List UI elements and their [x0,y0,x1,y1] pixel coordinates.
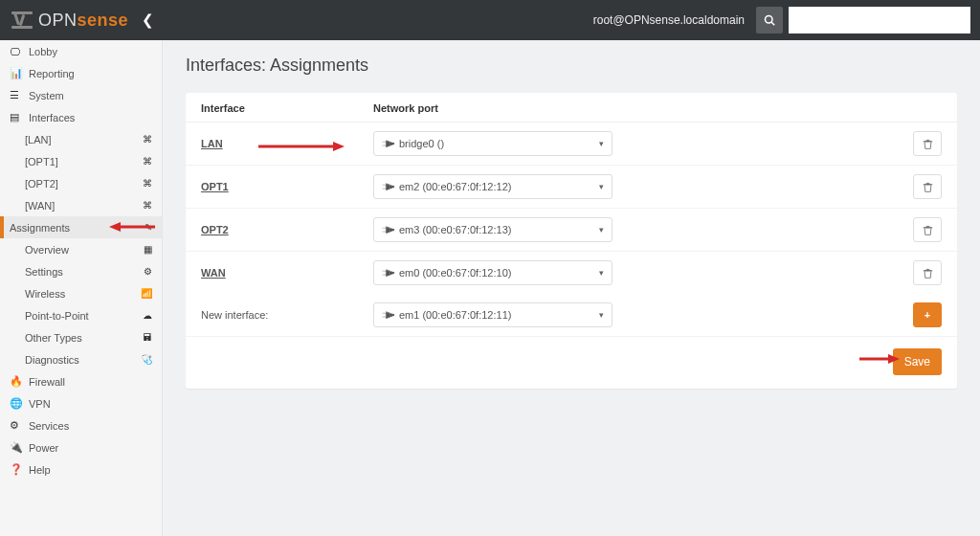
port-select[interactable]: 🔌em0 (00:e0:67:0f:12:10)▾ [373,260,612,285]
sidebar-item-other[interactable]: Other Types🖬 [0,326,162,348]
sitemap-icon: ⌘ [143,134,152,145]
sidebar-item-wireless[interactable]: Wireless📶 [0,282,162,304]
trash-icon [923,268,933,279]
sidebar-item-firewall[interactable]: 🔥Firewall [0,370,162,392]
sidebar-item-opt1[interactable]: [OPT1]⌘ [0,150,162,172]
plug-icon: 🔌 [380,179,395,194]
nav-collapse-icon[interactable]: ❮ [142,11,154,29]
svg-point-0 [766,16,773,24]
col-header-port: Network port [373,102,942,114]
new-interface-row: New interface: 🔌 em1 (00:e0:67:0f:12:11)… [186,294,957,337]
port-select[interactable]: 🔌em2 (00:e0:67:0f:12:12)▾ [373,174,612,199]
sidebar-item-services[interactable]: ⚙Services [0,414,162,436]
sliders-icon: ⚙ [144,266,152,277]
interface-row: OPT1🔌em2 (00:e0:67:0f:12:12)▾ [186,166,957,209]
sidebar-item-lan[interactable]: [LAN]⌘ [0,128,162,150]
list-icon: ☰ [10,89,23,101]
save-button[interactable]: Save [893,348,942,375]
sidebar-item-diagnostics[interactable]: Diagnostics🩺 [0,348,162,370]
help-icon: ❓ [10,463,23,476]
grid-icon: ▦ [144,244,152,255]
logo-text-sense: sense [78,11,129,30]
plug-icon: 🔌 [380,222,395,237]
chevron-down-icon: ▾ [599,268,604,278]
assignments-panel: Interface Network port LAN🔌bridge0 ()▾OP… [186,93,957,389]
sidebar-item-system[interactable]: ☰System [0,84,162,106]
sidebar-item-settings[interactable]: Settings⚙ [0,260,162,282]
interface-link[interactable]: WAN [201,267,226,279]
interface-row: LAN🔌bridge0 ()▾ [186,123,957,166]
sidebar-item-opt2[interactable]: [OPT2]⌘ [0,172,162,194]
link-icon: ☁ [143,310,152,321]
sidebar-item-reporting[interactable]: 📊Reporting [0,62,162,84]
sidebar-item-assignments[interactable]: Assignments✎ [0,216,162,238]
interface-row: WAN🔌em0 (00:e0:67:0f:12:10)▾ [186,252,957,294]
sidebar: 🖵Lobby 📊Reporting ☰System ▤Interfaces [L… [0,40,163,536]
pencil-icon: ✎ [145,222,152,233]
trash-icon [923,225,933,235]
wifi-icon: 📶 [141,288,152,299]
sitemap-icon: ▤ [10,111,23,123]
chevron-down-icon: ▾ [599,182,604,191]
sidebar-item-power[interactable]: 🔌Power [0,436,162,458]
topbar: OPNsense ❮ root@OPNsense.localdomain [0,0,980,40]
sidebar-item-overview[interactable]: Overview▦ [0,238,162,260]
interface-link[interactable]: OPT2 [201,224,229,235]
dropdown-value: em0 (00:e0:67:0f:12:10) [399,267,511,279]
dropdown-value: bridge0 () [399,138,444,149]
sidebar-item-lobby[interactable]: 🖵Lobby [0,40,162,62]
main-content: Interfaces: Assignments Interface Networ… [163,40,980,536]
chevron-down-icon: ▾ [599,310,604,320]
delete-button[interactable] [913,174,942,199]
plug-icon: 🔌 [380,136,395,151]
sidebar-item-wan[interactable]: [WAN]⌘ [0,194,162,216]
trash-icon [923,139,933,149]
trash-icon [923,182,933,192]
sitemap-icon: ⌘ [143,178,152,189]
plug-icon: 🔌 [10,441,23,454]
dropdown-value: em3 (00:e0:67:0f:12:13) [399,224,511,235]
search-icon [764,14,775,26]
sidebar-item-vpn[interactable]: 🌐VPN [0,392,162,414]
port-select[interactable]: 🔌bridge0 ()▾ [373,131,612,156]
dropdown-value: em2 (00:e0:67:0f:12:12) [399,181,511,192]
delete-button[interactable] [913,131,942,156]
logo-text-opn: OPN [38,11,78,30]
chevron-down-icon: ▾ [599,225,604,234]
delete-button[interactable] [913,217,942,242]
dropdown-value: em1 (00:e0:67:0f:12:11) [399,309,511,321]
new-interface-port-select[interactable]: 🔌 em1 (00:e0:67:0f:12:11) ▾ [373,302,612,327]
svg-line-1 [771,22,774,25]
sidebar-item-help[interactable]: ❓Help [0,458,162,480]
interface-link[interactable]: LAN [201,138,223,149]
search-button[interactable] [756,7,783,34]
plug-icon: 🔌 [380,307,395,323]
logo[interactable]: OPNsense [11,10,128,31]
desktop-icon: 🖵 [10,46,23,57]
medkit-icon: 🩺 [141,354,152,365]
gear-icon: ⚙ [10,419,23,432]
fire-icon: 🔥 [10,375,23,388]
page-title: Interfaces: Assignments [186,56,957,76]
svg-marker-5 [333,142,345,151]
col-header-interface: Interface [201,102,373,114]
sidebar-item-ptp[interactable]: Point-to-Point☁ [0,304,162,326]
sidebar-item-interfaces[interactable]: ▤Interfaces [0,106,162,128]
new-interface-label: New interface: [201,309,373,321]
plug-icon: 🔌 [380,265,395,280]
database-icon: 🖬 [143,332,152,343]
sitemap-icon: ⌘ [143,156,152,167]
port-select[interactable]: 🔌em3 (00:e0:67:0f:12:13)▾ [373,217,612,242]
interface-link[interactable]: OPT1 [201,181,229,192]
annotation-arrow-icon [258,140,345,153]
logo-mark-icon [11,10,33,31]
user-link[interactable]: root@OPNsense.localdomain [593,13,745,27]
chart-icon: 📊 [10,67,23,79]
sitemap-icon: ⌘ [143,200,152,211]
search-input[interactable] [789,7,970,34]
chevron-down-icon: ▾ [599,139,604,148]
add-interface-button[interactable]: + [913,302,942,327]
interface-row: OPT2🔌em3 (00:e0:67:0f:12:13)▾ [186,209,957,252]
globe-icon: 🌐 [10,397,23,410]
delete-button[interactable] [913,260,942,285]
